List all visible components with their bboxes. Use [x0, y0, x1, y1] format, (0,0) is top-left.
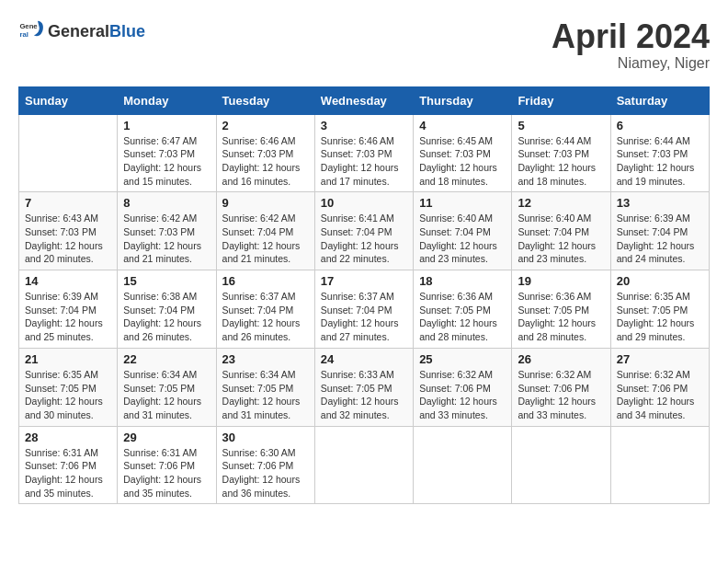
calendar-cell: 12Sunrise: 6:40 AMSunset: 7:04 PMDayligh…	[512, 192, 610, 270]
day-number: 14	[25, 274, 111, 288]
day-number: 16	[222, 274, 309, 288]
calendar-cell	[19, 114, 118, 192]
week-row-2: 7Sunrise: 6:43 AMSunset: 7:03 PMDaylight…	[19, 192, 710, 270]
day-info: Sunrise: 6:38 AMSunset: 7:04 PMDaylight:…	[123, 290, 210, 344]
day-info: Sunrise: 6:36 AMSunset: 7:05 PMDaylight:…	[518, 290, 604, 344]
calendar-cell: 4Sunrise: 6:45 AMSunset: 7:03 PMDaylight…	[414, 114, 512, 192]
day-header-saturday: Saturday	[610, 86, 709, 114]
day-info: Sunrise: 6:42 AMSunset: 7:03 PMDaylight:…	[123, 212, 210, 266]
calendar-cell: 18Sunrise: 6:36 AMSunset: 7:05 PMDayligh…	[414, 270, 512, 349]
day-number: 7	[25, 196, 111, 210]
day-info: Sunrise: 6:31 AMSunset: 7:06 PMDaylight:…	[25, 446, 111, 500]
day-number: 6	[617, 119, 703, 132]
day-number: 26	[518, 352, 604, 366]
day-number: 25	[419, 352, 506, 366]
month-title: April 2024	[552, 18, 710, 55]
calendar-cell: 25Sunrise: 6:32 AMSunset: 7:06 PMDayligh…	[414, 348, 512, 426]
day-info: Sunrise: 6:35 AMSunset: 7:05 PMDaylight:…	[617, 290, 703, 344]
page-header: Gene ral GeneralBlue April 2024 Niamey, …	[18, 18, 710, 72]
day-number: 11	[419, 196, 506, 210]
day-number: 1	[123, 119, 210, 132]
location-title: Niamey, Niger	[552, 55, 710, 72]
day-info: Sunrise: 6:39 AMSunset: 7:04 PMDaylight:…	[25, 290, 111, 344]
calendar-cell	[610, 426, 709, 504]
day-info: Sunrise: 6:41 AMSunset: 7:04 PMDaylight:…	[321, 212, 407, 266]
week-row-3: 14Sunrise: 6:39 AMSunset: 7:04 PMDayligh…	[19, 270, 710, 349]
day-info: Sunrise: 6:43 AMSunset: 7:03 PMDaylight:…	[25, 212, 111, 266]
day-number: 27	[617, 352, 703, 366]
day-header-thursday: Thursday	[414, 86, 512, 114]
day-info: Sunrise: 6:37 AMSunset: 7:04 PMDaylight:…	[222, 290, 309, 344]
calendar-cell: 7Sunrise: 6:43 AMSunset: 7:03 PMDaylight…	[19, 192, 118, 270]
day-header-tuesday: Tuesday	[216, 86, 314, 114]
calendar-cell: 22Sunrise: 6:34 AMSunset: 7:05 PMDayligh…	[118, 348, 216, 426]
day-number: 13	[617, 196, 703, 210]
day-info: Sunrise: 6:42 AMSunset: 7:04 PMDaylight:…	[222, 212, 309, 266]
day-number: 24	[321, 352, 407, 366]
calendar-cell: 2Sunrise: 6:46 AMSunset: 7:03 PMDaylight…	[216, 114, 314, 192]
day-number: 30	[222, 431, 309, 444]
week-row-4: 21Sunrise: 6:35 AMSunset: 7:05 PMDayligh…	[19, 348, 710, 426]
calendar-cell: 10Sunrise: 6:41 AMSunset: 7:04 PMDayligh…	[314, 192, 413, 270]
calendar-cell	[314, 426, 413, 504]
day-info: Sunrise: 6:45 AMSunset: 7:03 PMDaylight:…	[419, 134, 506, 189]
calendar-cell: 3Sunrise: 6:46 AMSunset: 7:03 PMDaylight…	[314, 114, 413, 192]
logo: Gene ral GeneralBlue	[18, 18, 145, 44]
calendar-cell	[512, 426, 610, 504]
calendar-cell: 24Sunrise: 6:33 AMSunset: 7:05 PMDayligh…	[314, 348, 413, 426]
calendar-cell: 26Sunrise: 6:32 AMSunset: 7:06 PMDayligh…	[512, 348, 610, 426]
day-number: 2	[222, 119, 309, 132]
calendar-cell: 20Sunrise: 6:35 AMSunset: 7:05 PMDayligh…	[610, 270, 709, 349]
day-info: Sunrise: 6:40 AMSunset: 7:04 PMDaylight:…	[518, 212, 604, 266]
day-number: 10	[321, 196, 407, 210]
logo-text: GeneralBlue	[48, 22, 145, 41]
day-number: 8	[123, 196, 210, 210]
day-info: Sunrise: 6:30 AMSunset: 7:06 PMDaylight:…	[222, 446, 309, 500]
day-header-sunday: Sunday	[19, 86, 118, 114]
day-number: 18	[419, 274, 506, 288]
week-row-5: 28Sunrise: 6:31 AMSunset: 7:06 PMDayligh…	[19, 426, 710, 504]
logo-blue: Blue	[109, 22, 145, 40]
day-header-friday: Friday	[512, 86, 610, 114]
day-number: 4	[419, 119, 506, 132]
day-info: Sunrise: 6:46 AMSunset: 7:03 PMDaylight:…	[321, 134, 407, 189]
calendar-cell: 17Sunrise: 6:37 AMSunset: 7:04 PMDayligh…	[314, 270, 413, 349]
day-info: Sunrise: 6:47 AMSunset: 7:03 PMDaylight:…	[123, 134, 210, 189]
day-number: 22	[123, 352, 210, 366]
calendar-cell: 30Sunrise: 6:30 AMSunset: 7:06 PMDayligh…	[216, 426, 314, 504]
day-info: Sunrise: 6:46 AMSunset: 7:03 PMDaylight:…	[222, 134, 309, 189]
week-row-1: 1Sunrise: 6:47 AMSunset: 7:03 PMDaylight…	[19, 114, 710, 192]
day-number: 29	[123, 431, 210, 444]
day-info: Sunrise: 6:39 AMSunset: 7:04 PMDaylight:…	[617, 212, 703, 266]
day-header-wednesday: Wednesday	[314, 86, 413, 114]
day-number: 21	[25, 352, 111, 366]
calendar-cell: 16Sunrise: 6:37 AMSunset: 7:04 PMDayligh…	[216, 270, 314, 349]
calendar-cell: 23Sunrise: 6:34 AMSunset: 7:05 PMDayligh…	[216, 348, 314, 426]
calendar-cell: 1Sunrise: 6:47 AMSunset: 7:03 PMDaylight…	[118, 114, 216, 192]
day-info: Sunrise: 6:37 AMSunset: 7:04 PMDaylight:…	[321, 290, 407, 344]
calendar-cell: 21Sunrise: 6:35 AMSunset: 7:05 PMDayligh…	[19, 348, 118, 426]
svg-text:Gene: Gene	[19, 22, 38, 30]
days-header-row: SundayMondayTuesdayWednesdayThursdayFrid…	[19, 86, 710, 114]
calendar-cell: 27Sunrise: 6:32 AMSunset: 7:06 PMDayligh…	[610, 348, 709, 426]
day-info: Sunrise: 6:40 AMSunset: 7:04 PMDaylight:…	[419, 212, 506, 266]
day-header-monday: Monday	[118, 86, 216, 114]
day-info: Sunrise: 6:33 AMSunset: 7:05 PMDaylight:…	[321, 368, 407, 422]
day-info: Sunrise: 6:32 AMSunset: 7:06 PMDaylight:…	[419, 368, 506, 422]
calendar-cell: 9Sunrise: 6:42 AMSunset: 7:04 PMDaylight…	[216, 192, 314, 270]
day-number: 19	[518, 274, 604, 288]
day-info: Sunrise: 6:32 AMSunset: 7:06 PMDaylight:…	[617, 368, 703, 422]
day-number: 20	[617, 274, 703, 288]
calendar-cell: 13Sunrise: 6:39 AMSunset: 7:04 PMDayligh…	[610, 192, 709, 270]
day-info: Sunrise: 6:44 AMSunset: 7:03 PMDaylight:…	[518, 134, 604, 189]
day-info: Sunrise: 6:31 AMSunset: 7:06 PMDaylight:…	[123, 446, 210, 500]
day-number: 12	[518, 196, 604, 210]
day-number: 23	[222, 352, 309, 366]
calendar-cell: 8Sunrise: 6:42 AMSunset: 7:03 PMDaylight…	[118, 192, 216, 270]
day-number: 5	[518, 119, 604, 132]
day-info: Sunrise: 6:34 AMSunset: 7:05 PMDaylight:…	[222, 368, 309, 422]
day-number: 15	[123, 274, 210, 288]
calendar-cell: 5Sunrise: 6:44 AMSunset: 7:03 PMDaylight…	[512, 114, 610, 192]
day-number: 17	[321, 274, 407, 288]
day-info: Sunrise: 6:34 AMSunset: 7:05 PMDaylight:…	[123, 368, 210, 422]
